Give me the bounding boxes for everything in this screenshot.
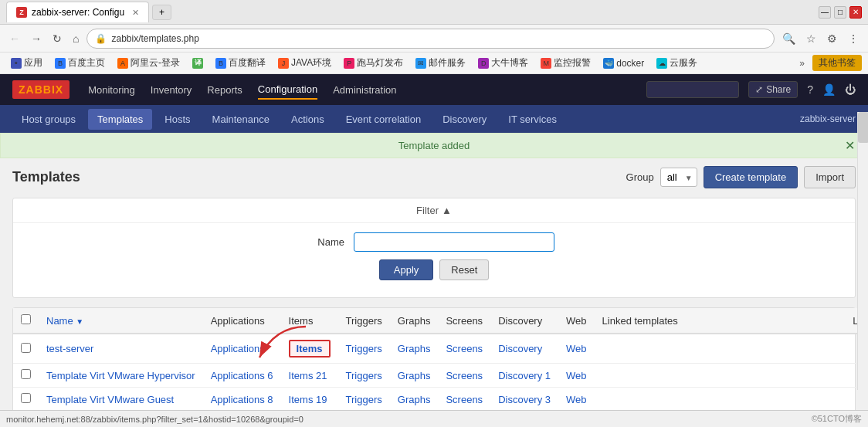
items-link[interactable]: Items 19 [289, 394, 327, 405]
bookmark-translate-icon-item[interactable]: 译 [188, 56, 208, 70]
screens-link[interactable]: Screens [446, 370, 483, 381]
bookmark-java[interactable]: J JAVA环境 [273, 55, 336, 71]
web-link[interactable]: Web [566, 370, 587, 381]
address-bar[interactable]: 🔒 zabbix/templates.php [86, 29, 775, 49]
nav-inventory[interactable]: Inventory [151, 81, 192, 99]
scrollbar-thumb[interactable] [858, 112, 868, 143]
sub-nav-discovery[interactable]: Discovery [433, 109, 496, 130]
sub-nav-templates[interactable]: Templates [88, 109, 152, 130]
user-icon[interactable]: 👤 [822, 83, 836, 96]
bookmarks-other[interactable]: 其他书签 [812, 55, 862, 71]
window-minimize[interactable]: — [819, 6, 831, 19]
template-name-link[interactable]: Template Virt VMware Guest [46, 394, 174, 405]
bookmarks-more-button[interactable]: » [795, 56, 809, 70]
bookmark-baidufanyi[interactable]: B 百度翻译 [211, 55, 270, 71]
web-link[interactable]: Web [566, 343, 587, 354]
select-all-checkbox[interactable] [21, 314, 31, 324]
sub-nav-it-services[interactable]: IT services [499, 109, 566, 130]
sub-nav-event-correlation[interactable]: Event correlation [337, 109, 431, 130]
filter-name-input[interactable] [354, 232, 554, 252]
bookmark-mail[interactable]: ✉ 邮件服务 [411, 55, 470, 71]
items-link[interactable]: Items 21 [289, 370, 327, 381]
triggers-link[interactable]: Triggers [346, 370, 382, 381]
browser-tab[interactable]: Z zabbix-server: Configu ✕ [6, 2, 149, 22]
bookmark-aliyun-icon: A [117, 58, 128, 69]
zabbix-header: ZABBIX Monitoring Inventory Reports Conf… [0, 74, 868, 105]
tab-close-button[interactable]: ✕ [132, 8, 139, 18]
current-server-label: zabbix-server [800, 114, 856, 124]
row-checkbox-cell [13, 334, 39, 364]
bookmark-monitor-icon: M [541, 58, 551, 69]
applications-link[interactable]: Applications 8 [211, 394, 273, 405]
window-close[interactable]: ✕ [849, 6, 862, 19]
bookmark-daniuboke[interactable]: D 大牛博客 [473, 55, 533, 71]
screens-link[interactable]: Screens [446, 394, 483, 405]
row-checkbox[interactable] [21, 343, 31, 353]
sub-nav-actions[interactable]: Actions [282, 109, 334, 130]
bookmark-apps[interactable]: ⚬ 应用 [6, 55, 47, 71]
settings-icon-btn[interactable]: ⚙ [824, 31, 840, 46]
row-linked-to [845, 388, 868, 412]
home-button[interactable]: ⌂ [70, 31, 82, 46]
bookmark-monitor[interactable]: M 监控报警 [536, 55, 595, 71]
row-checkbox[interactable] [21, 369, 31, 379]
bookmark-baidu-home[interactable]: B 百度主页 [50, 55, 110, 71]
graphs-link[interactable]: Graphs [398, 394, 431, 405]
back-button[interactable]: ← [6, 31, 23, 46]
items-link[interactable]: Items [289, 340, 331, 358]
template-name-link[interactable]: test-server [46, 343, 93, 354]
create-template-button[interactable]: Create template [704, 166, 798, 188]
reset-button[interactable]: Reset [439, 259, 489, 280]
nav-monitoring[interactable]: Monitoring [88, 81, 135, 99]
bookmark-docker[interactable]: 🐳 docker [598, 56, 649, 70]
nav-administration[interactable]: Administration [333, 81, 396, 99]
web-link[interactable]: Web [566, 394, 587, 405]
bookmark-cloud[interactable]: ☁ 云服务 [652, 55, 702, 71]
header-search-input[interactable] [646, 81, 739, 98]
applications-link[interactable]: Applications [211, 343, 265, 354]
power-icon[interactable]: ⏻ [845, 83, 856, 96]
group-select[interactable]: all [660, 168, 697, 187]
graphs-link[interactable]: Graphs [398, 343, 431, 354]
template-name-link[interactable]: Template Virt VMware Hypervisor [46, 370, 195, 381]
row-checkbox[interactable] [21, 393, 31, 403]
success-close-button[interactable]: ✕ [845, 138, 855, 153]
forward-button[interactable]: → [28, 31, 45, 46]
screens-link[interactable]: Screens [446, 343, 483, 354]
discovery-link[interactable]: Discovery 1 [498, 370, 551, 381]
header-linked-templates: Linked templates [595, 308, 846, 334]
menu-icon-btn[interactable]: ⋮ [845, 31, 862, 46]
window-maximize[interactable]: □ [834, 6, 846, 19]
share-button[interactable]: ⤢ Share [748, 81, 798, 98]
share-label: Share [766, 84, 791, 95]
discovery-link[interactable]: Discovery [498, 343, 542, 354]
sub-nav-hosts[interactable]: Hosts [155, 109, 199, 130]
browser-titlebar: Z zabbix-server: Configu ✕ + — □ ✕ [0, 0, 868, 25]
success-message-text: Template added [398, 140, 470, 151]
reload-button[interactable]: ↻ [49, 31, 65, 46]
nav-reports[interactable]: Reports [207, 81, 242, 99]
bookmark-aliyun[interactable]: A 阿里云-登录 [113, 55, 185, 71]
header-name[interactable]: Name ▼ [39, 308, 203, 334]
zabbix-logo[interactable]: ZABBIX [12, 80, 70, 99]
share-icon: ⤢ [755, 84, 763, 95]
nav-configuration[interactable]: Configuration [258, 80, 317, 100]
sub-nav-maintenance[interactable]: Maintenance [203, 109, 279, 130]
applications-link[interactable]: Applications 6 [211, 370, 273, 381]
filter-toggle[interactable]: Filter ▲ [13, 198, 855, 223]
filter-toggle-icon: ▲ [442, 205, 452, 216]
new-tab-button[interactable]: + [152, 5, 171, 20]
discovery-link[interactable]: Discovery 3 [498, 394, 551, 405]
help-button[interactable]: ? [807, 83, 813, 96]
scrollbar-track[interactable] [857, 112, 868, 390]
sub-nav-host-groups[interactable]: Host groups [12, 109, 85, 130]
filter-section: Filter ▲ Name Apply Reset [12, 198, 856, 298]
triggers-link[interactable]: Triggers [346, 394, 382, 405]
apply-button[interactable]: Apply [379, 259, 434, 280]
bookmark-paomahe[interactable]: P 跑马灯发布 [339, 55, 408, 71]
import-button[interactable]: Import [804, 166, 856, 188]
triggers-link[interactable]: Triggers [346, 343, 382, 354]
graphs-link[interactable]: Graphs [398, 370, 431, 381]
search-icon-btn[interactable]: 🔍 [779, 31, 798, 46]
bookmark-icon-btn[interactable]: ☆ [803, 31, 819, 46]
